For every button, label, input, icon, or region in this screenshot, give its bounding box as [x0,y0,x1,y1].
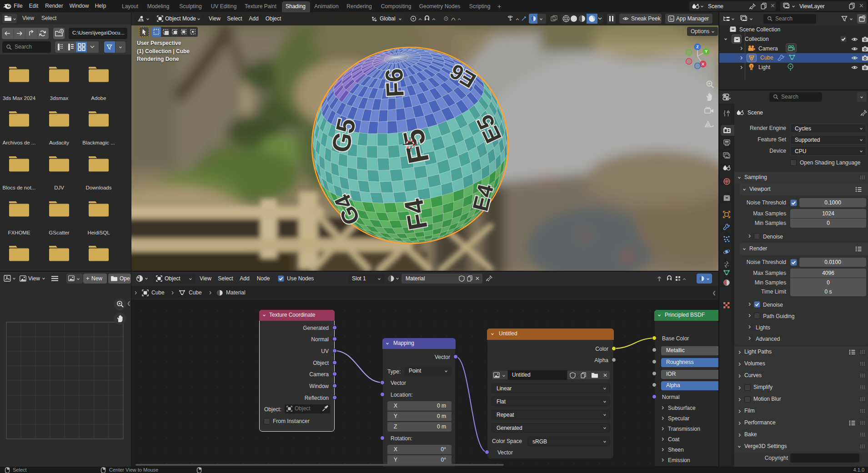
svg-text:Z: Z [696,45,699,49]
svg-text:X: X [702,62,704,66]
svg-text:Y: Y [705,49,707,54]
